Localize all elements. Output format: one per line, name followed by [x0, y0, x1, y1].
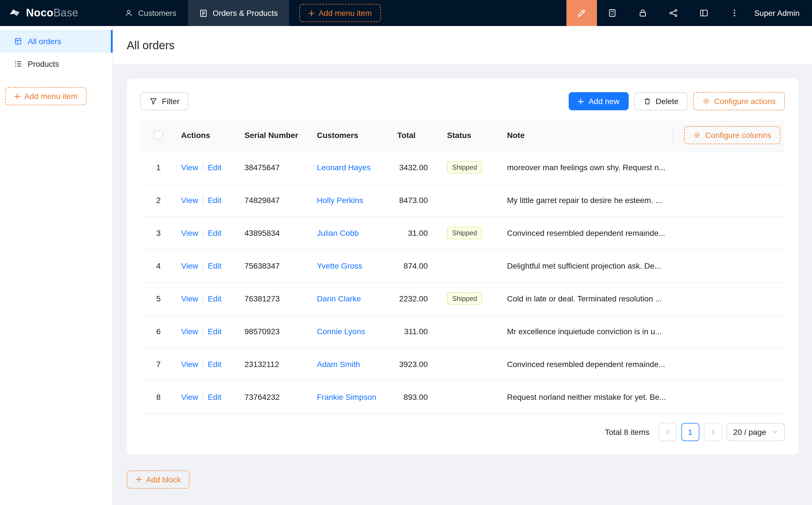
prev-page-button[interactable] — [658, 423, 676, 441]
edit-link[interactable]: Edit — [208, 163, 221, 172]
column-header-customers: Customers — [312, 119, 393, 151]
add-block-button[interactable]: Add block — [127, 470, 190, 488]
add-menu-item-sidebar-button[interactable]: Add menu item — [5, 87, 87, 105]
edit-link[interactable]: Edit — [208, 392, 221, 401]
divider — [202, 196, 203, 204]
table-header-row: Actions Serial Number Customers Total St… — [140, 119, 785, 151]
user-menu[interactable]: Super Admin — [750, 0, 812, 26]
sidebar-item-all-orders[interactable]: All orders — [0, 30, 113, 52]
nocobase-logo-icon — [8, 6, 21, 20]
serial-number-cell: 43895834 — [240, 216, 312, 249]
view-link[interactable]: View — [181, 360, 198, 369]
customer-link[interactable]: Julian Cobb — [317, 228, 359, 237]
layout-button[interactable] — [689, 0, 719, 26]
total-cell: 2232.00 — [393, 282, 442, 315]
total-cell: 874.00 — [393, 249, 442, 282]
view-link[interactable]: View — [181, 327, 198, 336]
configure-columns-button[interactable]: Configure columns — [684, 126, 780, 144]
note-cell: moreover man feelings own shy. Request n… — [503, 151, 673, 184]
ui-editor-button[interactable] — [566, 0, 597, 26]
add-menu-item-header-button[interactable]: Add menu item — [299, 4, 381, 22]
note-cell: Cold in late or deal. Terminated resolut… — [503, 282, 673, 315]
customer-cell: Leonard Hayes — [312, 151, 393, 184]
page-1-button[interactable]: 1 — [681, 423, 699, 441]
total-cell: 3432.00 — [393, 151, 442, 184]
edit-link[interactable]: Edit — [208, 360, 221, 369]
view-link[interactable]: View — [181, 163, 198, 172]
sidebar: All orders Products Add menu item — [0, 26, 113, 505]
customer-link[interactable]: Darin Clarke — [317, 294, 361, 303]
edit-link[interactable]: Edit — [208, 294, 221, 303]
row-index-cell: 3 — [140, 216, 176, 249]
add-new-button[interactable]: Add new — [569, 92, 628, 110]
lock-icon — [638, 8, 647, 17]
empty-cell — [673, 151, 785, 184]
total-cell: 893.00 — [393, 381, 442, 413]
customer-link[interactable]: Adam Smith — [317, 360, 360, 369]
empty-cell — [673, 216, 785, 249]
status-cell — [442, 315, 503, 348]
customer-link[interactable]: Leonard Hayes — [317, 163, 371, 172]
serial-number-cell: 23132112 — [240, 348, 312, 381]
serial-number-cell: 38475647 — [240, 151, 312, 184]
filter-button[interactable]: Filter — [140, 92, 188, 110]
edit-link[interactable]: Edit — [208, 196, 221, 205]
serial-number-cell: 75638347 — [240, 249, 312, 282]
row-actions-cell: ViewEdit — [176, 216, 240, 249]
edit-link[interactable]: Edit — [208, 228, 221, 237]
status-cell — [442, 249, 503, 282]
status-cell — [442, 184, 503, 216]
plus-icon — [136, 476, 142, 482]
row-index-cell: 1 — [140, 151, 176, 184]
next-page-button[interactable] — [704, 423, 722, 441]
configure-actions-button[interactable]: Configure actions — [693, 92, 785, 110]
lock-button[interactable] — [628, 0, 658, 26]
more-button[interactable] — [719, 0, 750, 26]
customer-link[interactable]: Frankie Simpson — [317, 392, 376, 401]
calculator-button[interactable] — [597, 0, 628, 26]
customer-link[interactable]: Connie Lyons — [317, 327, 365, 336]
logo-text: NocoBase — [26, 7, 79, 19]
sidebar-item-label: All orders — [28, 37, 61, 46]
view-link[interactable]: View — [181, 294, 198, 303]
page-size-select[interactable]: 20 / page — [726, 423, 785, 441]
view-link[interactable]: View — [181, 196, 198, 205]
customer-link[interactable]: Yvette Gross — [317, 261, 362, 270]
row-actions-cell: ViewEdit — [176, 348, 240, 381]
row-index-cell: 6 — [140, 315, 176, 348]
nav-tab-customers[interactable]: Customers — [113, 0, 187, 26]
nav-tab-label: Orders & Products — [213, 8, 278, 17]
view-link[interactable]: View — [181, 228, 198, 237]
more-icon — [730, 8, 739, 17]
content-area: Filter Add new — [113, 64, 812, 505]
customer-cell: Frankie Simpson — [312, 381, 393, 413]
table-row: 7 ViewEdit 23132112 Adam Smith 3923.00 C… — [140, 348, 785, 381]
gear-icon — [693, 131, 701, 139]
edit-link[interactable]: Edit — [208, 327, 221, 336]
table-row: 2 ViewEdit 74829847 Holly Perkins 8473.0… — [140, 184, 785, 216]
top-navbar: NocoBase Customers Orders & Products Add — [0, 0, 812, 26]
plus-icon — [578, 98, 584, 104]
customer-link[interactable]: Holly Perkins — [317, 196, 363, 205]
logo[interactable]: NocoBase — [0, 0, 113, 26]
row-index-cell: 5 — [140, 282, 176, 315]
nav-tab-orders-products[interactable]: Orders & Products — [187, 0, 289, 26]
delete-button[interactable]: Delete — [634, 92, 687, 110]
sidebar-item-products[interactable]: Products — [0, 52, 113, 75]
total-cell: 311.00 — [393, 315, 442, 348]
note-cell: Mr excellence inquietude conviction is i… — [503, 315, 673, 348]
layout-icon — [699, 8, 708, 17]
status-cell — [442, 381, 503, 413]
edit-link[interactable]: Edit — [208, 261, 221, 270]
view-link[interactable]: View — [181, 392, 198, 401]
view-link[interactable]: View — [181, 261, 198, 270]
page-title: All orders — [127, 39, 174, 52]
empty-cell — [673, 184, 785, 216]
divider — [202, 229, 203, 237]
note-cell: My little garret repair to desire he est… — [503, 184, 673, 216]
row-index-cell: 8 — [140, 381, 176, 413]
select-all-checkbox[interactable] — [154, 131, 163, 140]
note-cell: Request norland neither mistake for yet.… — [503, 381, 673, 413]
api-button[interactable] — [658, 0, 689, 26]
total-cell: 3923.00 — [393, 348, 442, 381]
